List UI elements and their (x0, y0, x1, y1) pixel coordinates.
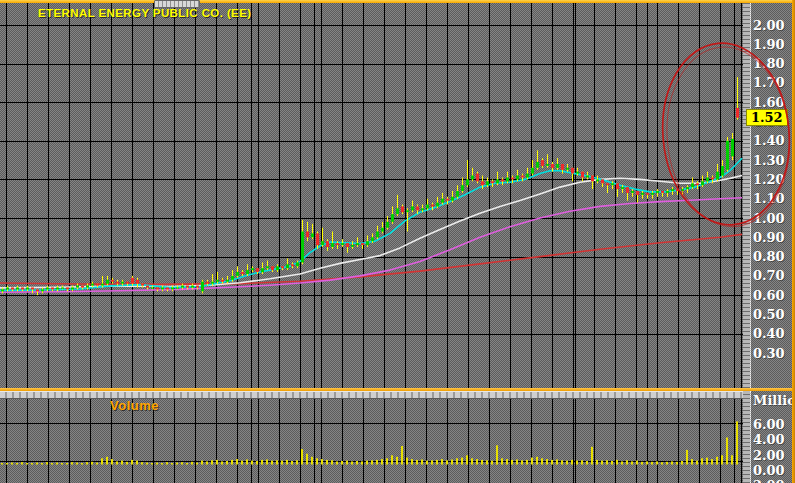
price-tick-label: 0.60 (753, 288, 785, 303)
volume-axis-ruler (743, 391, 751, 483)
price-tick-label: 2.00 (753, 18, 785, 33)
price-tick-label: 0.70 (753, 268, 785, 283)
price-tick-label: 0.80 (753, 249, 785, 264)
volume-tick-label: 2.00 (753, 448, 785, 463)
price-tick-label: 1.70 (753, 75, 785, 90)
price-tick-label: 1.40 (753, 133, 785, 148)
price-tick-label: 1.00 (753, 211, 785, 226)
price-chart-canvas[interactable] (0, 0, 743, 388)
price-tick-label: 1.90 (753, 37, 785, 52)
horizontal-scrollbar-thumb[interactable] (154, 0, 200, 8)
price-tick-label: 0.50 (753, 307, 785, 322)
volume-tick-label: 6.00 (753, 417, 785, 432)
price-tick-label: 1.10 (753, 191, 785, 206)
volume-tick-label: 2.00 (753, 478, 785, 483)
price-tick-label: 1.30 (753, 153, 785, 168)
price-axis-ruler (743, 0, 751, 388)
charting-app-window: { "window": { "title": "ETERNAL ENERGY P… (0, 0, 795, 483)
volume-panel-title: Volume (110, 398, 159, 413)
price-axis: 2.001.901.801.701.601.501.401.301.201.10… (743, 0, 795, 388)
price-tick-label: 0.30 (753, 346, 785, 361)
price-tick-label: 0.40 (753, 326, 785, 341)
price-tick-label: 1.60 (753, 95, 785, 110)
price-tick-label: 1.20 (753, 172, 785, 187)
volume-panel[interactable]: Volume (0, 397, 743, 483)
price-tick-label: 0.90 (753, 230, 785, 245)
last-price-flag: 1.52 (746, 109, 788, 126)
price-tick-label: 1.80 (753, 56, 785, 71)
volume-axis: Million 6.004.002.000.002.00 (743, 391, 795, 483)
volume-tick-label: 0.00 (753, 463, 785, 478)
volume-axis-unit: Million (753, 393, 795, 408)
chart-title: ETERNAL ENERGY PUBLIC CO. (EE) (38, 7, 252, 19)
price-chart-panel[interactable]: ETERNAL ENERGY PUBLIC CO. (EE) (0, 0, 743, 388)
volume-tick-label: 4.00 (753, 432, 785, 447)
window-top-border (0, 0, 795, 3)
panel-separator-grip[interactable] (0, 391, 743, 399)
